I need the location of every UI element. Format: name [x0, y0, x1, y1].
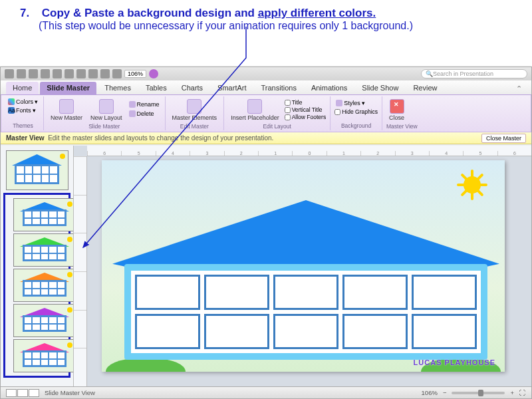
group-master-view: ✕Close Master View [382, 96, 422, 130]
powerpoint-window: 106% 🔍 Search in Presentation HomeSlide … [0, 66, 532, 399]
tab-home[interactable]: Home [6, 82, 39, 94]
info-bar: Master View Edit the master slides and l… [1, 132, 531, 144]
insert-placeholder-button[interactable]: Insert Placeholder [228, 98, 282, 122]
step-subtitle: (This step would be unnecessary if your … [39, 20, 512, 32]
colors-label: Colors [16, 98, 33, 105]
vertical-title-checkbox[interactable]: Vertical Title [285, 106, 327, 113]
title-checkbox[interactable]: Title [285, 99, 327, 106]
fit-button[interactable]: ⛶ [519, 389, 526, 396]
house-graphic [124, 200, 487, 360]
zoom-slider[interactable] [452, 392, 505, 394]
view-buttons [6, 389, 39, 397]
slide-thumbnail[interactable] [13, 233, 74, 267]
paste-icon[interactable] [76, 69, 86, 78]
close-label: Close [389, 114, 404, 121]
group-editmaster-label: Edit Master [170, 123, 220, 130]
infobar-hint: Edit the master slides and layouts to ch… [48, 134, 273, 142]
group-background-label: Background [334, 122, 378, 129]
slideshow-view-button[interactable] [29, 389, 39, 397]
toolbar: 106% 🔍 Search in Presentation [1, 67, 531, 80]
ruler-horizontal: 6543210123456 [87, 146, 531, 156]
hide-graphics-checkbox[interactable]: Hide Graphics [334, 108, 378, 115]
sun-graphic [457, 170, 487, 200]
insert-placeholder-label: Insert Placeholder [231, 114, 279, 121]
footers-chk-label: Allow Footers [292, 114, 327, 120]
rename-button[interactable]: Rename [128, 100, 161, 108]
group-slidemaster-label: Slide Master [48, 123, 161, 130]
copy-icon[interactable] [65, 69, 74, 78]
new-master-button[interactable]: New Master [48, 98, 85, 122]
logo-text: LUCAS PLAYHOUSE [414, 358, 495, 366]
ribbon: Colors ▾ AaFonts ▾ Themes New Master New… [1, 95, 531, 132]
tab-slide-show[interactable]: Slide Show [355, 82, 405, 94]
tab-themes[interactable]: Themes [98, 82, 138, 94]
statusbar-zoom: 106% [422, 389, 438, 396]
tab-tables[interactable]: Tables [139, 82, 174, 94]
workspace: 6543210123456 [1, 146, 531, 386]
tab-slide-master[interactable]: Slide Master [40, 82, 96, 94]
print-icon[interactable] [41, 69, 50, 78]
allow-footers-checkbox[interactable]: Allow Footers [285, 114, 327, 120]
open-icon[interactable] [17, 69, 26, 78]
group-themes: Colors ▾ AaFonts ▾ Themes [3, 96, 44, 130]
search-input[interactable]: 🔍 Search in Presentation [421, 69, 527, 78]
master-elements-button[interactable]: Master Elements [170, 98, 220, 122]
close-master-button[interactable]: Close Master [481, 134, 526, 143]
group-masterview-label: Master View [386, 123, 418, 130]
title-lead: Copy & Paste a background design and [42, 7, 258, 19]
slide-thumbnail[interactable] [13, 269, 74, 302]
house-body [124, 264, 487, 360]
tab-animations[interactable]: Animations [305, 82, 354, 94]
ruler-vertical [74, 156, 87, 386]
redo-icon[interactable] [112, 69, 122, 78]
master-elements-label: Master Elements [172, 114, 217, 121]
zoom-in-button[interactable]: + [510, 389, 514, 396]
group-background: Styles ▾ Hide Graphics Background [331, 96, 382, 130]
bg-styles-button[interactable]: Styles ▾ [334, 99, 378, 107]
new-layout-button[interactable]: New Layout [88, 98, 125, 122]
undo-icon[interactable] [100, 69, 110, 78]
hide-graphics-label: Hide Graphics [342, 108, 378, 115]
slide-thumbnail[interactable] [13, 198, 74, 231]
tab-smartart[interactable]: SmartArt [211, 82, 253, 94]
doc-icon[interactable] [5, 69, 14, 78]
title-underlined: apply different colors. [258, 7, 376, 19]
zoom-out-button[interactable]: − [443, 389, 447, 396]
new-layout-label: New Layout [90, 114, 122, 121]
search-placeholder: Search in Presentation [433, 70, 493, 77]
vtitle-chk-label: Vertical Title [292, 106, 323, 113]
group-edit-layout: Insert Placeholder Title Vertical Title … [224, 96, 331, 130]
new-master-label: New Master [51, 114, 82, 121]
grass-left [106, 358, 186, 372]
help-icon[interactable] [149, 69, 158, 78]
tab-charts[interactable]: Charts [175, 82, 209, 94]
slide-thumbnail[interactable] [6, 150, 68, 190]
themes-fonts-button[interactable]: AaFonts ▾ [7, 106, 39, 114]
sorter-view-button[interactable] [17, 389, 28, 397]
delete-button[interactable]: Delete [128, 110, 161, 118]
close-master-view-button[interactable]: ✕Close [386, 98, 407, 122]
tab-review[interactable]: Review [406, 82, 444, 94]
cut-icon[interactable] [53, 69, 62, 78]
infobar-mode: Master View [6, 134, 45, 142]
ten-frame [131, 271, 481, 353]
themes-colors-button[interactable]: Colors ▾ [7, 98, 39, 106]
slide-thumbnail[interactable] [13, 339, 74, 372]
group-editlayout-label: Edit Layout [228, 123, 326, 130]
delete-label: Delete [137, 110, 154, 117]
slide-thumbnail[interactable] [13, 304, 74, 337]
title-chk-label: Title [292, 99, 303, 106]
group-slide-master: New Master New Layout Rename Delete Slid… [44, 96, 166, 130]
slide-panel[interactable] [1, 146, 74, 386]
format-painter-icon[interactable] [88, 69, 98, 78]
slide-canvas[interactable]: LUCAS PLAYHOUSE [102, 160, 505, 372]
save-icon[interactable] [29, 69, 38, 78]
tab-transitions[interactable]: Transitions [255, 82, 303, 94]
canvas-area[interactable]: 6543210123456 [74, 146, 531, 386]
zoom-field[interactable]: 106% [124, 70, 146, 78]
ribbon-collapse-icon[interactable]: ⌃ [512, 83, 526, 94]
step-title: Copy & Paste a background design and app… [42, 7, 376, 19]
group-edit-master: Master Elements Edit Master [166, 96, 225, 130]
step-number: 7. [20, 7, 39, 20]
normal-view-button[interactable] [6, 389, 17, 397]
